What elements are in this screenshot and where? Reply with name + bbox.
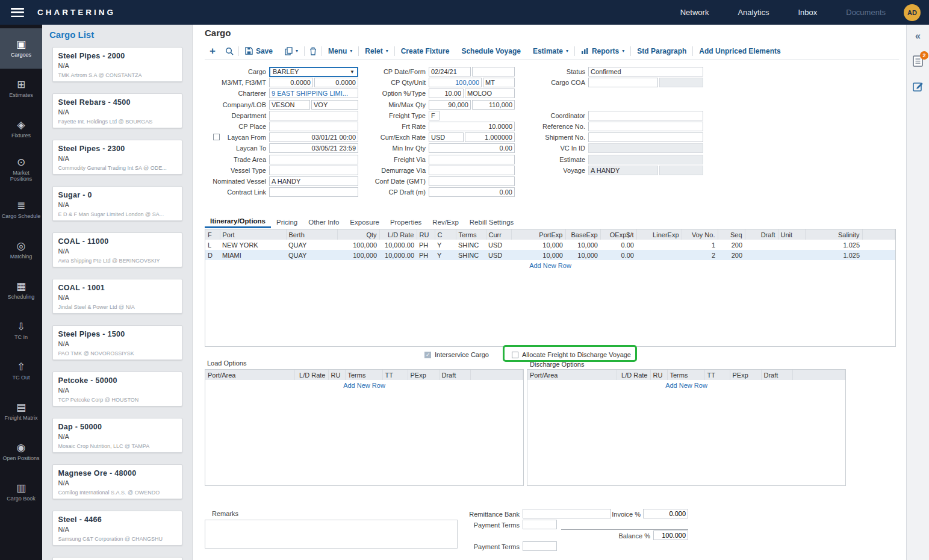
col-draft[interactable]: Draft (745, 229, 778, 240)
list-item[interactable]: Petcoke - 50000 N/A TCP Petcoke Corp @ H… (52, 372, 182, 406)
col-seq[interactable]: Seq (718, 229, 745, 240)
col-berth[interactable]: Berth (286, 229, 337, 240)
sidebar-item-tc-in[interactable]: ⇩ TC In (0, 311, 42, 351)
col-terms[interactable]: Terms (456, 229, 486, 240)
col-salinity[interactable]: Salinity (805, 229, 862, 240)
cargo-coa-input[interactable] (588, 78, 658, 87)
col-draft[interactable]: Draft (439, 370, 470, 380)
tab-properties[interactable]: Properties (385, 216, 427, 228)
sidebar-item-tc-out[interactable]: ⇧ TC Out (0, 351, 42, 391)
allocate-freight-checkbox[interactable] (512, 352, 518, 358)
col-tt[interactable]: TT (382, 370, 408, 380)
cp-place-input[interactable] (269, 122, 358, 131)
cp-draft-input[interactable] (429, 187, 515, 197)
col-f[interactable]: F (205, 229, 220, 240)
max-qty-input[interactable] (472, 100, 515, 110)
freight-via-input[interactable] (429, 155, 515, 164)
list-item[interactable]: COAL - 11000 N/A Avra Shipping Pte Ltd @… (52, 232, 182, 267)
list-item[interactable]: Sugar - 0 N/A E D & F Man Sugar Limited … (52, 186, 182, 221)
sidebar-item-cargo-schedule[interactable]: ≣ Cargo Schedule (0, 190, 42, 230)
add-unpriced-elements-button[interactable]: Add Unpriced Elements (693, 47, 786, 55)
col-unit[interactable]: Unit (778, 229, 805, 240)
edit-tasks-button[interactable] (912, 81, 924, 92)
tab-exposure[interactable]: Exposure (344, 216, 385, 228)
copy-button[interactable]: ▾ (279, 47, 304, 55)
tab-pricing[interactable]: Pricing (271, 216, 303, 228)
frt-rate-input[interactable] (429, 122, 515, 131)
option-type-input[interactable] (465, 89, 515, 98)
tab-itinerary-options[interactable]: Itinerary/Options (205, 216, 271, 228)
company-input[interactable] (269, 100, 310, 110)
option-pct-input[interactable] (429, 89, 464, 98)
status-input[interactable] (588, 67, 703, 76)
col-pexp[interactable]: PExp (730, 370, 761, 380)
itinerary-row-discharge[interactable]: D MIAMI QUAY 100,000 10,000.00 PH Y SHIN… (205, 250, 895, 260)
nav-inbox[interactable]: Inbox (798, 8, 817, 17)
cp-qty-input[interactable] (429, 78, 482, 87)
sidebar-item-matching[interactable]: ◎ Matching (0, 230, 42, 270)
lob-input[interactable] (311, 100, 358, 110)
tab-rebill-settings[interactable]: Rebill Settings (464, 216, 520, 228)
col-terms[interactable]: Terms (667, 370, 704, 380)
nav-network[interactable]: Network (680, 8, 709, 17)
col-pexp[interactable]: PExp (408, 370, 439, 380)
min-qty-input[interactable] (429, 100, 471, 110)
laycan-to-input[interactable] (269, 143, 358, 153)
ft3-mt-input[interactable] (314, 78, 358, 87)
remarks-textarea[interactable] (205, 520, 458, 549)
collapse-panel-button[interactable]: « (915, 31, 921, 42)
col-curr[interactable]: Curr (486, 229, 511, 240)
nav-documents[interactable]: Documents (846, 8, 886, 17)
list-item-partial[interactable] (52, 557, 182, 560)
list-item[interactable]: Dap - 50000 N/A Mosaic Crop Nutrition, L… (52, 418, 182, 453)
m3-mt-input[interactable] (269, 78, 313, 87)
cp-date-input[interactable] (429, 67, 471, 76)
col-ru[interactable]: RU (417, 229, 435, 240)
list-item[interactable]: Steel Pipes - 1500 N/A PAO TMK @ NOVOROS… (52, 325, 182, 360)
col-tt[interactable]: TT (704, 370, 730, 380)
col-ld-rate[interactable]: L/D Rate (294, 370, 328, 380)
col-port-area[interactable]: Port/Area (205, 370, 294, 380)
cargo-select[interactable]: BARLEY ▼ (269, 67, 358, 77)
menu-button[interactable]: Menu▾ (322, 47, 358, 55)
coordinator-input[interactable] (588, 111, 703, 120)
hamburger-menu-icon[interactable] (11, 8, 24, 17)
invoice-pct-input[interactable] (643, 509, 688, 518)
list-item[interactable]: COAL - 1001 N/A Jindal Steel & Power Ltd… (52, 279, 182, 314)
discharge-options-add-new-row-link[interactable]: Add New Row (527, 382, 845, 389)
cp-unit-input[interactable] (483, 78, 515, 87)
tab-rev-exp[interactable]: Rev/Exp (427, 216, 464, 228)
interservice-cargo-checkbox[interactable] (424, 352, 431, 358)
freight-type-input[interactable] (429, 111, 440, 120)
delete-button[interactable] (305, 47, 322, 55)
avatar[interactable]: AD (904, 4, 921, 21)
list-item[interactable]: Steel Rebars - 4500 N/A Fayette Int. Hol… (52, 93, 182, 128)
balance-pct-input[interactable] (653, 530, 688, 540)
relet-button[interactable]: Relet▾ (359, 47, 394, 55)
col-baseexp[interactable]: BaseExp (565, 229, 600, 240)
demurrage-via-input[interactable] (429, 166, 515, 175)
estimate-button[interactable]: Estimate▾ (527, 47, 574, 55)
conf-date-input[interactable] (429, 176, 515, 186)
list-item[interactable]: Steel Pipes - 2000 N/A TMK Artrom S.A @ … (52, 47, 182, 82)
vessel-type-input[interactable] (269, 166, 358, 175)
col-portexp[interactable]: PortExp (511, 229, 565, 240)
sidebar-item-cargoes[interactable]: ▣ Cargoes (0, 28, 42, 69)
col-draft[interactable]: Draft (761, 370, 792, 380)
contract-link-input[interactable] (269, 187, 358, 197)
list-item[interactable]: Steel Pipes - 2300 N/A Commodity General… (52, 140, 182, 175)
search-button[interactable] (220, 47, 238, 55)
sidebar-item-freight-matrix[interactable]: ▤ Freight Matrix (0, 391, 42, 432)
schedule-voyage-button[interactable]: Schedule Voyage (455, 47, 526, 55)
reports-button[interactable]: Reports▾ (575, 47, 630, 55)
laycan-checkbox[interactable] (213, 134, 220, 140)
col-qty[interactable]: Qty (337, 229, 379, 240)
col-c[interactable]: C (435, 229, 456, 240)
col-port[interactable]: Port (220, 229, 286, 240)
nav-analytics[interactable]: Analytics (738, 8, 769, 17)
cp-form-input[interactable] (472, 67, 515, 76)
itinerary-row-load[interactable]: L NEW YORK QUAY 100,000 10,000.00 PH Y S… (205, 240, 895, 250)
min-inv-qty-input[interactable] (429, 143, 515, 153)
load-options-add-new-row-link[interactable]: Add New Row (205, 382, 523, 389)
exch-rate-input[interactable] (465, 132, 515, 142)
